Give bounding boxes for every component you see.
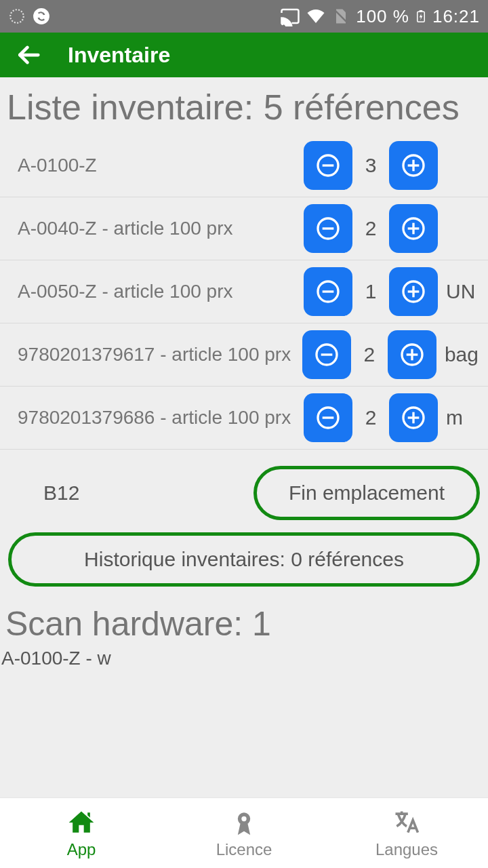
quantity-value: 2	[358, 343, 381, 366]
back-button[interactable]	[12, 39, 45, 71]
spinner-icon	[8, 7, 26, 25]
decrement-button[interactable]	[302, 330, 351, 379]
scan-line: A-0100-Z - w	[0, 646, 488, 669]
arrow-left-icon	[16, 42, 41, 68]
svg-point-2	[281, 22, 284, 25]
app-bar: Inventaire	[0, 33, 488, 77]
decrement-button[interactable]	[304, 393, 352, 442]
inventory-list: A-0100-Z 3 A-0040-Z - article 100 prx 2	[0, 134, 488, 450]
list-item: A-0050-Z - article 100 prx 1 UN	[0, 260, 488, 323]
increment-button[interactable]	[389, 141, 438, 190]
end-location-button[interactable]: Fin emplacement	[253, 466, 480, 520]
nav-label: Langues	[375, 840, 438, 859]
decrement-button[interactable]	[304, 267, 352, 316]
quantity-value: 2	[359, 406, 382, 429]
list-heading: Liste inventaire: 5 références	[0, 77, 488, 134]
plus-circle-icon	[400, 152, 427, 179]
decrement-button[interactable]	[304, 141, 352, 190]
location-label: B12	[8, 481, 253, 505]
minus-circle-icon	[314, 404, 342, 431]
svg-point-33	[241, 816, 246, 821]
svg-point-0	[10, 9, 24, 23]
item-label: A-0100-Z	[18, 155, 304, 176]
unit-label: bag	[443, 343, 479, 366]
item-label: A-0050-Z - article 100 prx	[18, 281, 304, 302]
list-item: 9780201379686 - article 100 prx 2 m	[0, 387, 488, 450]
wifi-icon	[306, 6, 326, 26]
increment-button[interactable]	[389, 267, 438, 316]
plus-circle-icon	[400, 278, 427, 305]
list-item: A-0100-Z 3	[0, 134, 488, 197]
cast-icon	[280, 6, 300, 26]
main-content: Liste inventaire: 5 références A-0100-Z …	[0, 77, 488, 669]
nav-app[interactable]: App	[0, 798, 163, 868]
minus-circle-icon	[314, 278, 342, 305]
history-button[interactable]: Historique inventaires: 0 références	[8, 532, 480, 587]
badge-icon	[229, 808, 259, 837]
minus-circle-icon	[313, 341, 340, 368]
battery-charging-icon	[415, 6, 427, 26]
unit-label: m	[445, 406, 479, 429]
location-row: B12 Fin emplacement	[8, 466, 480, 520]
svg-rect-5	[420, 10, 423, 12]
list-item: 9780201379617 - article 100 prx 2 bag	[0, 323, 488, 387]
status-left	[8, 7, 50, 25]
translate-icon	[392, 808, 422, 837]
scan-hardware-heading: Scan hardware: 1	[0, 587, 488, 646]
item-label: A-0040-Z - article 100 prx	[18, 218, 304, 239]
nav-langues[interactable]: Langues	[325, 798, 488, 868]
increment-button[interactable]	[388, 330, 436, 379]
minus-circle-icon	[314, 152, 342, 179]
list-item: A-0040-Z - article 100 prx 2	[0, 197, 488, 260]
nav-licence[interactable]: Licence	[163, 798, 325, 868]
clock-text: 16:21	[432, 6, 480, 27]
app-bar-title: Inventaire	[68, 43, 170, 68]
status-right: 100 % 16:21	[280, 6, 480, 27]
battery-text: 100 %	[356, 6, 409, 27]
minus-circle-icon	[314, 215, 342, 242]
status-bar: 100 % 16:21	[0, 0, 488, 33]
increment-button[interactable]	[389, 393, 438, 442]
sync-icon	[33, 7, 50, 25]
item-label: 9780201379686 - article 100 prx	[18, 407, 304, 429]
sim-off-icon	[331, 7, 350, 26]
increment-button[interactable]	[389, 204, 438, 253]
bottom-nav: App Licence Langues	[0, 797, 488, 868]
plus-circle-icon	[400, 215, 427, 242]
nav-label: Licence	[216, 840, 272, 859]
decrement-button[interactable]	[304, 204, 352, 253]
plus-circle-icon	[399, 341, 426, 368]
quantity-value: 1	[359, 280, 382, 303]
quantity-value: 3	[359, 154, 382, 177]
home-icon	[66, 808, 96, 837]
quantity-value: 2	[359, 217, 382, 240]
plus-circle-icon	[400, 404, 427, 431]
unit-label: UN	[445, 280, 479, 303]
svg-point-1	[33, 8, 49, 24]
item-label: 9780201379617 - article 100 prx	[18, 344, 302, 366]
nav-label: App	[67, 840, 96, 859]
